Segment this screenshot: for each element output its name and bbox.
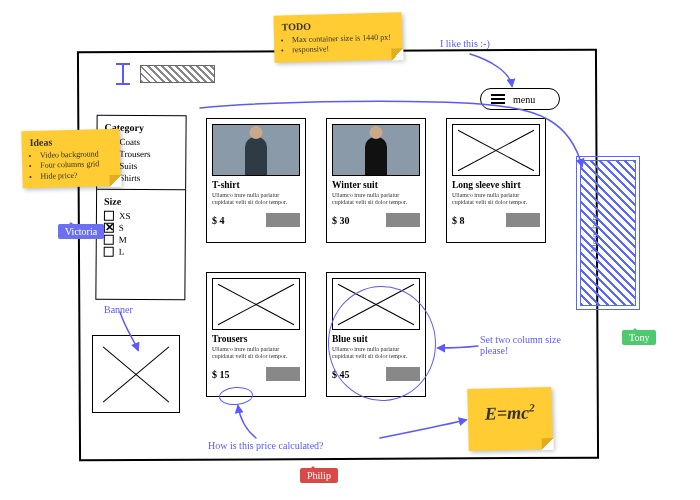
formula-text: E=mc2 [485,402,535,423]
product-blurb: Ullamco irure nulla pariatur cupidatat v… [212,346,300,364]
product-card[interactable]: Long sleeve shirt Ullamco irure nulla pa… [446,118,546,243]
add-button[interactable] [506,213,540,227]
product-price: $ 8 [452,215,465,226]
annotation-like: I like this :-) [440,38,490,49]
text-cursor-icon [116,63,130,85]
add-button[interactable] [386,213,420,227]
product-price: $ 30 [332,215,350,226]
filter-label: Coats [119,137,140,147]
filter-label: S [119,223,124,233]
product-card[interactable]: T-shirt Ullamco irure nulla pariatur cup… [206,118,306,243]
product-card[interactable]: Winter suit Ullamco irure nulla pariatur… [326,118,426,243]
image-placeholder-icon [452,124,540,176]
filter-label: Suits [119,161,137,171]
image-placeholder-icon [212,278,300,330]
product-title: Winter suit [332,180,420,190]
annotation-banner: Banner [104,304,133,315]
filter-option[interactable]: S [104,223,178,234]
menu-label: menu [513,94,535,105]
move-label: Move here [589,214,599,253]
filter-label: Trousers [119,149,150,159]
checkbox-icon[interactable] [104,223,114,233]
product-title: Long sleeve shirt [452,180,540,190]
product-image [212,124,300,176]
ideas-sticky[interactable]: Ideas Video background Four columns grid… [21,129,120,189]
product-blurb: Ullamco irure nulla pariatur cupidatat v… [452,192,540,210]
filter-label: XS [119,211,131,221]
peer-philip[interactable]: Philip [300,468,338,483]
todo-item: responsive! [292,43,394,56]
menu-button[interactable]: menu [480,88,560,110]
product-price: $ 4 [212,215,225,226]
formula-sticky[interactable]: E=mc2 [467,387,553,451]
product-image [332,124,420,176]
todo-title: TODO [282,19,394,33]
checkbox-icon[interactable] [104,211,114,221]
ideas-title: Ideas [29,135,111,148]
banner-placeholder[interactable] [92,335,180,413]
header-placeholder[interactable] [140,65,215,83]
peer-tony[interactable]: Tony [622,330,656,345]
filter-label: Shirts [119,173,140,183]
product-title: Trousers [212,334,300,344]
filter-label: M [119,235,127,245]
filter-option[interactable]: XS [104,211,178,222]
product-card[interactable]: Trousers Ullamco irure nulla pariatur cu… [206,272,306,397]
todo-sticky[interactable]: TODO Max container size is 1440 px! resp… [273,12,402,62]
product-price: $ 15 [212,369,230,380]
annotation-twocol: Set two column size please! [480,334,570,356]
product-blurb: Ullamco irure nulla pariatur cupidatat v… [212,192,300,210]
product-blurb: Ullamco irure nulla pariatur cupidatat v… [332,192,420,210]
filter-option[interactable]: M [104,235,178,246]
filter-label: L [119,247,125,257]
checkbox-icon[interactable] [104,247,114,257]
filter-option[interactable]: L [104,247,178,258]
add-button[interactable] [266,213,300,227]
annotation-price-q: How is this price calculated? [208,440,328,451]
product-title: T-shirt [212,180,300,190]
move-target-zone[interactable]: Move here [580,160,636,306]
checkbox-icon[interactable] [104,235,114,245]
size-heading: Size [104,196,178,208]
hamburger-icon [491,94,505,104]
ideas-item: Hide price? [40,170,112,182]
peer-victoria[interactable]: Victoria [58,224,104,239]
add-button[interactable] [266,367,300,381]
